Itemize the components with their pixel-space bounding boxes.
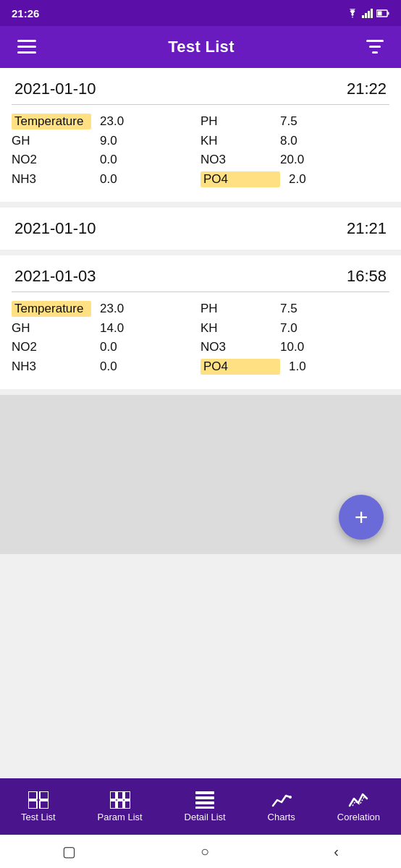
nav-param-list[interactable]: Param List — [89, 787, 151, 827]
param-value: 23.0 — [100, 302, 143, 316]
card-header-1: 2021-01-10 21:22 — [0, 68, 401, 104]
svg-rect-13 — [28, 791, 37, 799]
svg-rect-7 — [17, 40, 36, 42]
svg-rect-1 — [365, 13, 367, 18]
param-col: PO4 1.0 — [200, 359, 389, 375]
param-col: Temperature 23.0 — [12, 301, 200, 317]
nav-corelation[interactable]: Corelation — [329, 787, 389, 827]
menu-button[interactable] — [12, 34, 42, 60]
corelation-icon — [348, 791, 368, 809]
param-name: GH — [12, 321, 91, 336]
param-col: NO3 10.0 — [200, 340, 389, 354]
status-time: 21:26 — [12, 7, 39, 20]
param-name: NO3 — [200, 153, 280, 167]
param-col: PH 7.5 — [200, 114, 389, 129]
param-list-icon — [110, 791, 130, 809]
android-recent-button[interactable]: ▢ — [45, 837, 93, 866]
card-time-1: 21:22 — [347, 80, 387, 98]
add-fab-button[interactable]: + — [339, 495, 384, 540]
param-name: GH — [12, 134, 91, 148]
svg-rect-16 — [40, 801, 48, 809]
param-col: NH3 0.0 — [12, 172, 200, 187]
param-col: NO2 0.0 — [12, 153, 200, 167]
svg-rect-3 — [371, 9, 373, 18]
param-col: NH3 0.0 — [12, 359, 200, 374]
svg-rect-15 — [28, 801, 37, 809]
param-name: PO4 — [200, 359, 280, 375]
param-value: 14.0 — [100, 321, 143, 336]
card-divider-1 — [12, 104, 389, 105]
android-back-button[interactable]: ‹ — [316, 838, 356, 866]
param-value: 2.0 — [289, 172, 332, 187]
param-col: NO3 20.0 — [200, 153, 389, 167]
param-col: Temperature 23.0 — [12, 114, 200, 129]
param-value: 7.0 — [280, 321, 324, 336]
nav-charts[interactable]: Charts — [259, 787, 304, 827]
param-value: 1.0 — [289, 359, 332, 374]
content-area: 2021-01-10 21:22 Temperature 23.0 PH 7.5… — [0, 68, 401, 778]
param-value: 23.0 — [100, 114, 143, 129]
card-params-1: Temperature 23.0 PH 7.5 GH 9.0 KH 8.0 — [0, 111, 401, 202]
param-row: NO2 0.0 NO3 20.0 — [12, 153, 389, 167]
status-icons — [346, 9, 389, 18]
param-row: NH3 0.0 PO4 2.0 — [12, 171, 389, 187]
svg-rect-22 — [124, 801, 130, 809]
card-header-3: 2021-01-03 16:58 — [0, 255, 401, 292]
param-col: PH 7.5 — [200, 302, 389, 316]
card-time-2: 21:21 — [347, 219, 387, 238]
param-value: 9.0 — [100, 134, 143, 148]
svg-rect-12 — [372, 51, 378, 54]
test-list-icon — [28, 791, 48, 809]
empty-spacer: + — [0, 395, 401, 554]
svg-rect-8 — [17, 46, 36, 48]
battery-icon — [376, 9, 389, 17]
param-col: KH 7.0 — [200, 321, 389, 336]
svg-rect-9 — [17, 51, 36, 54]
param-name: PH — [200, 302, 280, 316]
android-home-button[interactable]: ○ — [183, 838, 227, 866]
param-row: Temperature 23.0 PH 7.5 — [12, 114, 389, 129]
svg-rect-25 — [195, 801, 214, 804]
nav-test-list-label: Test List — [21, 812, 56, 822]
filter-icon — [366, 40, 384, 54]
param-value: 0.0 — [100, 153, 143, 167]
wifi-icon — [346, 9, 359, 18]
svg-rect-17 — [110, 791, 116, 799]
param-col: KH 8.0 — [200, 134, 389, 148]
nav-detail-list-label: Detail List — [185, 812, 226, 822]
svg-rect-21 — [117, 801, 123, 809]
param-name: NO2 — [12, 340, 91, 354]
android-nav-bar: ▢ ○ ‹ — [0, 835, 401, 868]
card-divider-3 — [12, 292, 389, 292]
param-name: KH — [200, 134, 280, 148]
nav-detail-list[interactable]: Detail List — [176, 787, 235, 827]
filter-button[interactable] — [360, 34, 389, 60]
param-col: PO4 2.0 — [200, 171, 389, 187]
status-bar: 21:26 — [0, 0, 401, 26]
entry-card-3: 2021-01-03 16:58 Temperature 23.0 PH 7.5… — [0, 255, 401, 389]
param-col: GH 14.0 — [12, 321, 200, 336]
param-row: Temperature 23.0 PH 7.5 — [12, 301, 389, 317]
svg-rect-24 — [195, 796, 214, 799]
svg-rect-5 — [388, 12, 389, 14]
param-name: KH — [200, 321, 280, 336]
app-bar-title: Test List — [168, 38, 235, 56]
nav-corelation-label: Corelation — [337, 812, 380, 822]
param-value: 8.0 — [280, 134, 324, 148]
param-row: GH 14.0 KH 7.0 — [12, 321, 389, 336]
param-name: PO4 — [200, 171, 280, 187]
fab-wrapper: + — [339, 495, 384, 540]
card-time-3: 16:58 — [347, 267, 387, 286]
svg-rect-2 — [368, 11, 370, 18]
detail-list-icon — [195, 791, 214, 809]
svg-rect-10 — [366, 40, 384, 42]
svg-rect-19 — [124, 791, 130, 799]
param-name: NO3 — [200, 340, 280, 354]
param-row: GH 9.0 KH 8.0 — [12, 134, 389, 148]
nav-test-list[interactable]: Test List — [12, 787, 64, 827]
svg-rect-14 — [40, 791, 48, 799]
bottom-nav: Test List Param List Detail List Charts — [0, 778, 401, 835]
hamburger-icon — [17, 40, 36, 54]
param-name: Temperature — [12, 114, 91, 129]
param-name: NH3 — [12, 359, 91, 374]
